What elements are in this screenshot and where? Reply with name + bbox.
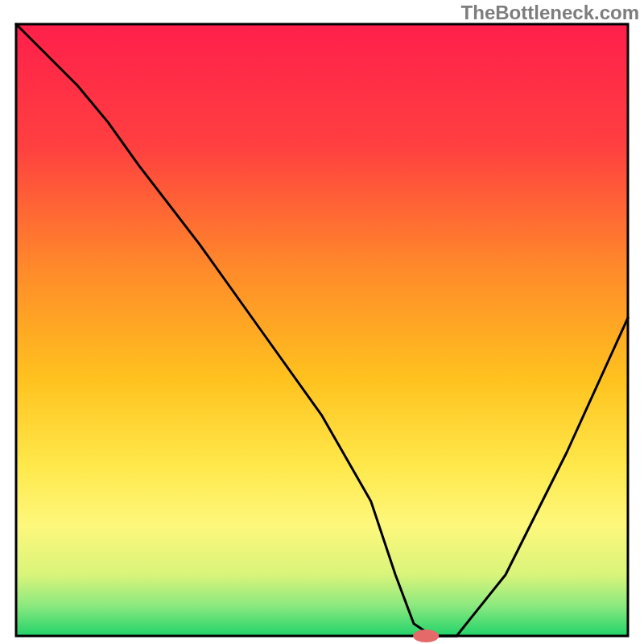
chart-stage: TheBottleneck.com: [0, 0, 644, 644]
gradient-background: [16, 24, 628, 636]
optimum-marker: [413, 630, 439, 642]
plot-area: [16, 24, 628, 642]
bottleneck-chart-svg: [0, 0, 644, 644]
